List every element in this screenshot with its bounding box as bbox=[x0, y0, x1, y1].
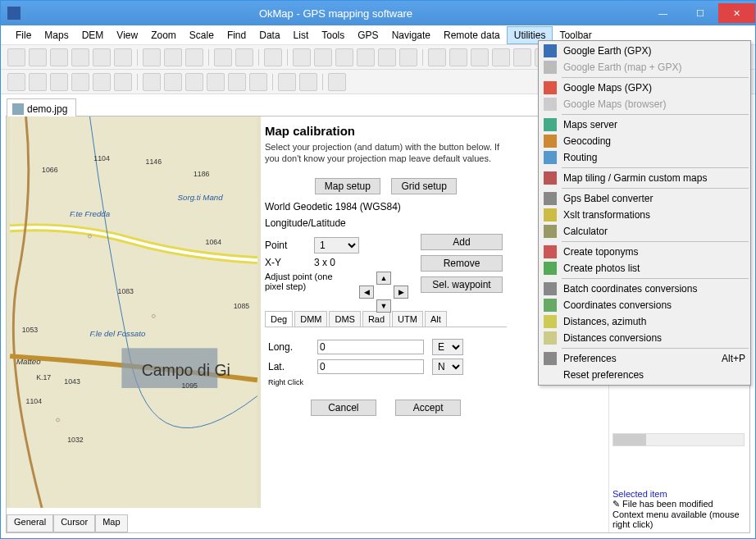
tool-icon[interactable] bbox=[114, 48, 132, 66]
coord-tab-dmm[interactable]: DMM bbox=[294, 311, 327, 327]
menu-item-gps-babel-converter[interactable]: Gps Babel converter bbox=[540, 190, 749, 207]
tool-icon[interactable] bbox=[29, 73, 47, 91]
tool-icon[interactable] bbox=[235, 48, 253, 66]
tool-icon[interactable] bbox=[164, 73, 182, 91]
horizontal-scrollbar[interactable] bbox=[613, 433, 745, 446]
coord-tab-deg[interactable]: Deg bbox=[265, 311, 293, 327]
menu-scale[interactable]: Scale bbox=[183, 27, 221, 43]
close-button[interactable]: ✕ bbox=[718, 3, 755, 23]
menu-dem[interactable]: DEM bbox=[75, 27, 111, 43]
tool-icon[interactable] bbox=[71, 48, 89, 66]
tool-icon[interactable] bbox=[185, 73, 203, 91]
tool-icon[interactable] bbox=[114, 73, 132, 91]
menu-zoom[interactable]: Zoom bbox=[144, 27, 183, 43]
arrow-down-button[interactable]: ▼ bbox=[376, 299, 391, 313]
tool-icon[interactable] bbox=[50, 48, 68, 66]
tool-icon[interactable] bbox=[314, 48, 332, 66]
latitude-input[interactable] bbox=[317, 359, 424, 374]
menu-item-maps-server[interactable]: Maps server bbox=[540, 116, 749, 133]
tool-icon[interactable] bbox=[71, 73, 89, 91]
tool-icon[interactable] bbox=[513, 48, 531, 66]
menu-item-calculator[interactable]: Calculator bbox=[540, 223, 749, 240]
menu-file[interactable]: File bbox=[9, 27, 38, 43]
tab-map[interactable]: Map bbox=[95, 514, 127, 532]
tool-icon[interactable] bbox=[143, 73, 161, 91]
tool-icon[interactable] bbox=[29, 48, 47, 66]
menu-item-distances-azimuth[interactable]: Distances, azimuth bbox=[540, 313, 749, 330]
menu-find[interactable]: Find bbox=[221, 27, 253, 43]
tool-icon[interactable] bbox=[335, 48, 353, 66]
tool-icon[interactable] bbox=[7, 73, 25, 91]
minimize-button[interactable]: — bbox=[644, 3, 681, 23]
tool-icon[interactable] bbox=[293, 48, 311, 66]
maximize-button[interactable]: ☐ bbox=[681, 3, 718, 23]
menu-item-preferences[interactable]: PreferencesAlt+P bbox=[540, 350, 749, 367]
tool-icon[interactable] bbox=[164, 48, 182, 66]
cancel-button[interactable]: Cancel bbox=[311, 400, 376, 416]
tool-icon[interactable] bbox=[357, 48, 375, 66]
tool-icon[interactable] bbox=[299, 73, 317, 91]
tool-icon[interactable] bbox=[249, 73, 267, 91]
menu-data[interactable]: Data bbox=[253, 27, 286, 43]
tool-icon[interactable] bbox=[399, 48, 417, 66]
accept-button[interactable]: Accept bbox=[395, 400, 461, 416]
tool-icon[interactable] bbox=[449, 48, 467, 66]
tool-icon[interactable] bbox=[471, 48, 489, 66]
tab-general[interactable]: General bbox=[7, 514, 53, 532]
add-button[interactable]: Add bbox=[421, 234, 503, 250]
coord-tab-utm[interactable]: UTM bbox=[392, 311, 423, 327]
menu-remote-data[interactable]: Remote data bbox=[437, 27, 507, 43]
arrow-right-button[interactable]: ▶ bbox=[394, 285, 408, 299]
tool-icon[interactable] bbox=[328, 73, 346, 91]
menu-item-geocoding[interactable]: Geocoding bbox=[540, 133, 749, 149]
longitude-input[interactable] bbox=[317, 340, 424, 354]
menu-tools[interactable]: Tools bbox=[315, 27, 351, 43]
map-image[interactable]: Campo di Gi F.te Fredda F.le del Fossato… bbox=[7, 116, 261, 508]
map-setup-button[interactable]: Map setup bbox=[315, 178, 380, 194]
tool-icon[interactable] bbox=[264, 48, 282, 66]
tool-icon[interactable] bbox=[214, 48, 232, 66]
menu-item-batch-coordinates-conversions[interactable]: Batch coordinates conversions bbox=[540, 281, 749, 297]
menu-gps[interactable]: GPS bbox=[351, 27, 385, 43]
tool-icon[interactable] bbox=[143, 48, 161, 66]
tool-icon[interactable] bbox=[93, 48, 111, 66]
menu-item-google-earth-gpx-[interactable]: Google Earth (GPX) bbox=[540, 43, 749, 59]
menu-item-xslt-transformations[interactable]: Xslt transformations bbox=[540, 207, 749, 223]
menu-item-reset-preferences[interactable]: Reset preferences bbox=[540, 367, 749, 383]
coord-tab-alt[interactable]: Alt bbox=[425, 311, 447, 327]
tool-icon[interactable] bbox=[185, 48, 203, 66]
arrow-left-button[interactable]: ◀ bbox=[359, 285, 374, 299]
menu-item-coordinates-conversions[interactable]: Coordinates conversions bbox=[540, 297, 749, 313]
grid-setup-button[interactable]: Grid setup bbox=[391, 178, 457, 194]
tool-icon[interactable] bbox=[378, 48, 396, 66]
menu-item-routing[interactable]: Routing bbox=[540, 149, 749, 166]
tool-icon[interactable] bbox=[93, 73, 111, 91]
tool-icon[interactable] bbox=[50, 73, 68, 91]
coord-tab-rad[interactable]: Rad bbox=[362, 311, 390, 327]
select-waypoint-button[interactable]: Sel. waypoint bbox=[421, 276, 503, 293]
remove-button[interactable]: Remove bbox=[421, 255, 503, 272]
tool-icon[interactable] bbox=[428, 48, 446, 66]
menu-list[interactable]: List bbox=[287, 27, 316, 43]
tab-cursor[interactable]: Cursor bbox=[53, 514, 95, 532]
menu-item-distances-conversions[interactable]: Distances conversions bbox=[540, 330, 749, 346]
arrow-up-button[interactable]: ▲ bbox=[376, 272, 391, 285]
context-hint-text: Context menu available (mouse right clic… bbox=[613, 509, 745, 529]
document-tab[interactable]: demo.jpg bbox=[7, 98, 76, 116]
longitude-direction-select[interactable]: E bbox=[432, 339, 463, 355]
tool-icon[interactable] bbox=[228, 73, 246, 91]
tool-icon[interactable] bbox=[278, 73, 296, 91]
menu-maps[interactable]: Maps bbox=[38, 27, 75, 43]
tool-icon[interactable] bbox=[207, 73, 225, 91]
menu-item-create-toponyms[interactable]: Create toponyms bbox=[540, 244, 749, 260]
menu-navigate[interactable]: Navigate bbox=[385, 27, 437, 43]
menu-item-map-tiling-garmin-custom-maps[interactable]: Map tiling / Garmin custom maps bbox=[540, 170, 749, 186]
latitude-direction-select[interactable]: N bbox=[432, 359, 463, 375]
tool-icon[interactable] bbox=[7, 48, 25, 66]
coord-tab-dms[interactable]: DMS bbox=[329, 311, 360, 327]
tool-icon[interactable] bbox=[492, 48, 510, 66]
menu-view[interactable]: View bbox=[110, 27, 144, 43]
point-select[interactable]: 1 bbox=[314, 237, 359, 254]
menu-item-google-maps-gpx-[interactable]: Google Maps (GPX) bbox=[540, 80, 749, 96]
menu-item-create-photos-list[interactable]: Create photos list bbox=[540, 260, 749, 276]
